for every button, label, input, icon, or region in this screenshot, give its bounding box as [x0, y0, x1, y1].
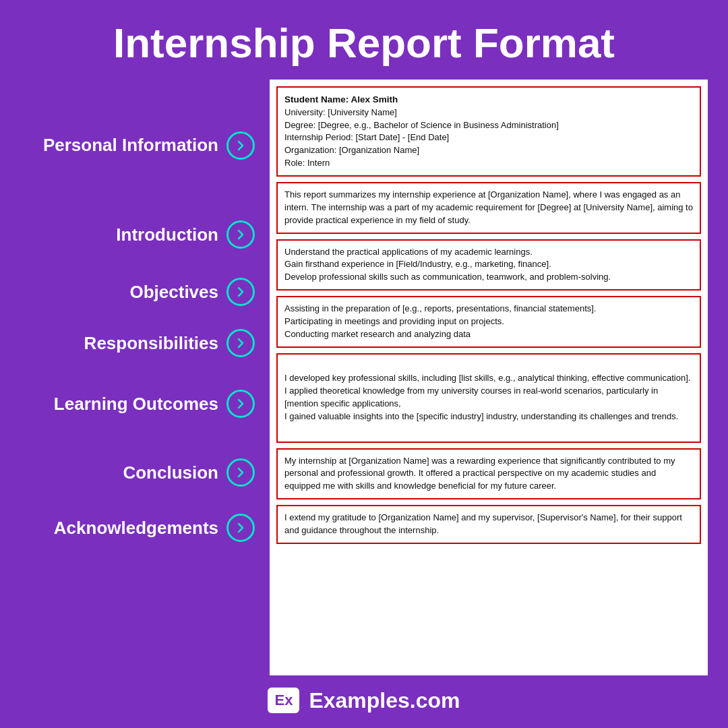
responsibilities-line-3: Conducting market research and analyzing… [284, 328, 693, 341]
section-row-responsibilities: Responsibilities [20, 319, 263, 367]
section-label-responsibilities: Responsibilities [84, 333, 218, 354]
content-box-learning: I developed key professional skills, inc… [276, 353, 701, 443]
section-row-personal: Personal Information [20, 86, 263, 204]
responsibilities-line-1: Assisting in the preparation of [e.g., r… [284, 303, 693, 315]
chevron-acknowledgements[interactable] [226, 514, 255, 542]
content-box-conclusion: My internship at [Organization Name] was… [276, 448, 701, 500]
section-label-learning: Learning Outcomes [54, 394, 218, 415]
personal-line-5: Role: Intern [284, 157, 693, 170]
content-box-acknowledgements: I extend my gratitude to [Organization N… [276, 505, 701, 544]
chevron-personal[interactable] [226, 131, 255, 160]
right-panel: Student Name: Alex Smith University: [Un… [270, 80, 708, 675]
personal-line-1: University: [University Name] [284, 107, 693, 119]
footer: Ex Examples.com [268, 675, 460, 728]
chevron-learning[interactable] [226, 390, 255, 418]
section-label-personal: Personal Information [43, 135, 218, 156]
learning-text: I developed key professional skills, inc… [284, 372, 693, 423]
objectives-line-1: Understand the practical applications of… [284, 246, 693, 259]
introduction-text: This report summarizes my internship exp… [284, 189, 693, 227]
personal-bold-line: Student Name: Alex Smith [284, 93, 693, 107]
content-box-objectives: Understand the practical applications of… [276, 239, 701, 291]
section-row-conclusion: Conclusion [20, 440, 263, 505]
objectives-line-3: Develop professional skills such as comm… [284, 271, 693, 284]
content-box-introduction: This report summarizes my internship exp… [276, 182, 701, 234]
section-row-objectives: Objectives [20, 265, 263, 319]
chevron-introduction[interactable] [226, 220, 255, 249]
conclusion-text: My internship at [Organization Name] was… [284, 455, 693, 493]
chevron-objectives[interactable] [226, 278, 255, 306]
page-title: Internship Report Format [100, 0, 628, 80]
chevron-conclusion[interactable] [226, 458, 255, 487]
content-box-responsibilities: Assisting in the preparation of [e.g., r… [276, 296, 701, 348]
personal-line-2: Degree: [Degree, e.g., Bachelor of Scien… [284, 119, 693, 132]
site-name: Examples.com [309, 688, 460, 713]
section-label-acknowledgements: Acknowledgements [54, 518, 218, 539]
personal-line-4: Organization: [Organization Name] [284, 144, 693, 157]
section-row-learning: Learning Outcomes [20, 367, 263, 440]
responsibilities-line-2: Participating in meetings and providing … [284, 315, 693, 328]
personal-line-3: Internship Period: [Start Date] - [End D… [284, 131, 693, 144]
content-box-personal: Student Name: Alex Smith University: [Un… [276, 86, 701, 177]
objectives-line-2: Gain firsthand experience in [Field/Indu… [284, 258, 693, 271]
left-panel: Personal Information Introduction [20, 80, 263, 675]
section-row-acknowledgements: Acknowledgements [20, 505, 263, 551]
chevron-responsibilities[interactable] [226, 329, 255, 357]
ex-logo: Ex [268, 688, 299, 713]
section-label-introduction: Introduction [116, 224, 218, 245]
section-row-introduction: Introduction [20, 204, 263, 265]
section-label-conclusion: Conclusion [123, 462, 218, 483]
acknowledgements-text: I extend my gratitude to [Organization N… [284, 512, 693, 537]
section-label-objectives: Objectives [129, 282, 218, 303]
